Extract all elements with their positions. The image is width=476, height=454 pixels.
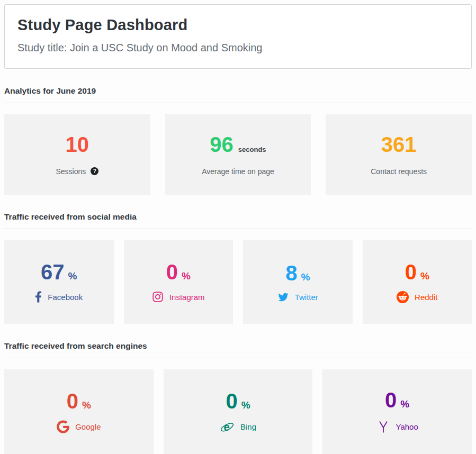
contact-requests-card: 361 Contact requests bbox=[326, 114, 472, 195]
question-circle-icon[interactable]: ? bbox=[91, 167, 98, 175]
twitter-value: 8 bbox=[285, 262, 297, 284]
metric: 10 bbox=[66, 134, 89, 155]
avg-time-label: Average time on page bbox=[202, 167, 274, 176]
percent-sign: % bbox=[241, 400, 250, 410]
metric: 0 % bbox=[67, 391, 91, 412]
instagram-icon bbox=[152, 291, 164, 303]
brand-row: e Bing bbox=[220, 420, 256, 434]
avg-time-value: 96 bbox=[210, 134, 233, 155]
page-title: Study Page Dashboard bbox=[17, 16, 459, 34]
social-media-cards: 67 % Facebook 0 % bbox=[4, 240, 472, 324]
metric-label-row: Average time on page bbox=[202, 167, 274, 176]
twitter-label: Twitter bbox=[295, 293, 318, 302]
metric: 361 bbox=[381, 134, 417, 155]
analytics-section: Analytics for June 2019 10 Sessions ? 96… bbox=[4, 86, 472, 195]
section-divider bbox=[4, 358, 472, 358]
metric: 67 % bbox=[41, 261, 77, 283]
sessions-value: 10 bbox=[66, 134, 89, 155]
search-engine-cards: 0 % Google 0 % e bbox=[4, 369, 472, 454]
percent-sign: % bbox=[182, 271, 191, 281]
dashboard-header: Study Page Dashboard Study title: Join a… bbox=[4, 4, 472, 69]
bing-value: 0 bbox=[226, 391, 237, 412]
study-title: Study title: Join a USC Study on Mood an… bbox=[17, 42, 459, 54]
facebook-card: 67 % Facebook bbox=[4, 240, 114, 324]
analytics-cards: 10 Sessions ? 96 seconds Average time on… bbox=[4, 114, 472, 195]
metric-label-row: Contact requests bbox=[371, 167, 427, 176]
section-heading-search: Traffic received from search engines bbox=[4, 341, 472, 351]
brand-row: Google bbox=[57, 420, 101, 433]
metric: 0 % bbox=[166, 261, 191, 283]
section-heading-analytics: Analytics for June 2019 bbox=[4, 86, 472, 96]
metric: 0 % bbox=[226, 391, 250, 412]
instagram-value: 0 bbox=[166, 261, 178, 283]
percent-sign: % bbox=[68, 271, 77, 281]
twitter-icon bbox=[277, 292, 289, 302]
percent-sign: % bbox=[420, 271, 429, 281]
brand-row: Reddit bbox=[397, 291, 437, 303]
facebook-icon bbox=[35, 291, 42, 303]
brand-row: Facebook bbox=[35, 291, 83, 303]
search-engines-section: Traffic received from search engines 0 %… bbox=[4, 341, 472, 454]
facebook-label: Facebook bbox=[48, 293, 83, 302]
contact-requests-label: Contact requests bbox=[371, 167, 427, 176]
section-heading-social: Traffic received from social media bbox=[4, 212, 472, 222]
percent-sign: % bbox=[301, 272, 310, 282]
section-divider bbox=[4, 103, 472, 103]
metric-label-row: Sessions ? bbox=[56, 167, 98, 176]
percent-sign: % bbox=[400, 399, 409, 409]
contact-requests-value: 361 bbox=[381, 134, 417, 155]
percent-sign: % bbox=[82, 400, 91, 410]
google-card: 0 % Google bbox=[4, 369, 154, 454]
reddit-value: 0 bbox=[405, 261, 417, 283]
sessions-card: 10 Sessions ? bbox=[4, 114, 150, 195]
yahoo-card: 0 % Yahoo bbox=[322, 369, 472, 454]
metric: 0 % bbox=[385, 389, 409, 411]
reddit-label: Reddit bbox=[415, 293, 437, 302]
facebook-value: 67 bbox=[41, 261, 65, 283]
reddit-icon bbox=[397, 291, 409, 303]
study-page-dashboard: Study Page Dashboard Study title: Join a… bbox=[0, 0, 476, 454]
brand-row: Twitter bbox=[277, 292, 318, 302]
social-media-section: Traffic received from social media 67 % … bbox=[4, 212, 472, 324]
brand-row: Yahoo bbox=[376, 419, 418, 435]
avg-time-unit: seconds bbox=[238, 146, 266, 153]
sessions-label: Sessions bbox=[56, 167, 86, 176]
yahoo-icon bbox=[376, 419, 390, 435]
yahoo-label: Yahoo bbox=[396, 422, 418, 431]
bing-icon: e bbox=[220, 420, 235, 434]
metric: 96 seconds bbox=[210, 134, 266, 155]
brand-row: Instagram bbox=[152, 291, 205, 303]
instagram-card: 0 % Instagram bbox=[124, 240, 233, 324]
bing-label: Bing bbox=[240, 422, 256, 431]
google-label: Google bbox=[75, 422, 101, 431]
twitter-card: 8 % Twitter bbox=[243, 240, 353, 324]
yahoo-value: 0 bbox=[385, 389, 397, 411]
instagram-label: Instagram bbox=[169, 293, 205, 302]
avg-time-card: 96 seconds Average time on page bbox=[165, 114, 311, 195]
section-divider bbox=[4, 229, 472, 229]
google-icon bbox=[57, 420, 69, 433]
bing-card: 0 % e Bing bbox=[164, 369, 313, 454]
reddit-card: 0 % bbox=[363, 240, 472, 324]
metric: 8 % bbox=[285, 262, 310, 284]
metric: 0 % bbox=[405, 261, 429, 283]
google-value: 0 bbox=[67, 391, 78, 412]
